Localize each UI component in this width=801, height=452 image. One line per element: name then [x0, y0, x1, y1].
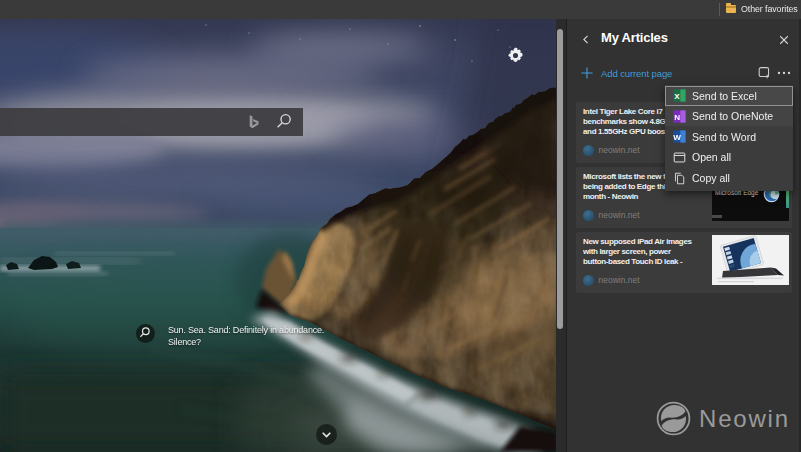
svg-text:N: N	[674, 112, 680, 121]
svg-text:W: W	[673, 133, 681, 142]
svg-text:X: X	[674, 92, 680, 101]
